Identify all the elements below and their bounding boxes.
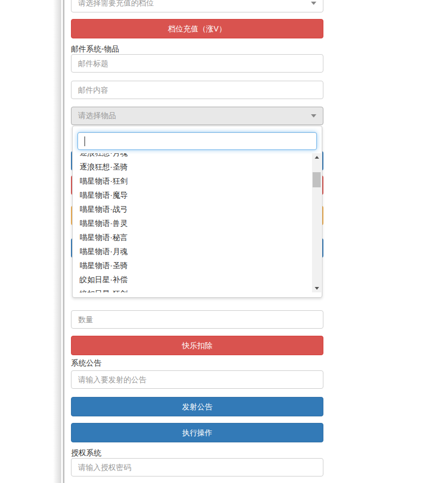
list-item[interactable]: 喵星物语·兽灵 bbox=[73, 216, 321, 230]
execute-operation-button[interactable]: 执行操作 bbox=[71, 423, 323, 442]
announcement-input[interactable] bbox=[71, 370, 323, 389]
scroll-up-button[interactable] bbox=[312, 153, 321, 161]
dropdown-search-input[interactable] bbox=[77, 132, 317, 150]
item-select-placeholder: 请选择物品 bbox=[78, 111, 307, 121]
list-item[interactable]: 喵星物语·秘言 bbox=[73, 230, 321, 244]
authorization-section-label: 授权系统 bbox=[71, 448, 323, 458]
item-dropdown-panel: 逐浪狂想·月魂逐浪狂想·圣骑喵星物语·狂剑喵星物语·魔导喵星物语·战弓喵星物语·… bbox=[72, 126, 322, 298]
chevron-down-icon bbox=[311, 2, 316, 5]
left-pane-shadow bbox=[53, 0, 61, 483]
item-list-viewport: 逐浪狂想·月魂逐浪狂想·圣骑喵星物语·狂剑喵星物语·魔导喵星物语·战弓喵星物语·… bbox=[73, 153, 321, 292]
tier-recharge-button[interactable]: 档位充值（涨V） bbox=[71, 19, 323, 38]
list-item[interactable]: 喵星物语·狂剑 bbox=[73, 174, 321, 188]
item-select[interactable]: 请选择物品 bbox=[71, 107, 323, 125]
mail-section-label: 邮件系统-物品 bbox=[71, 44, 323, 54]
list-item[interactable]: 喵星物语·魔导 bbox=[73, 188, 321, 202]
form-column: 请选择需要充值的档位 档位充值（涨V） 邮件系统-物品 请选择物品 逐浪狂想·月… bbox=[71, 0, 323, 483]
send-announcement-button[interactable]: 发射公告 bbox=[71, 397, 323, 416]
arrow-up-icon bbox=[315, 156, 319, 159]
panel-divider bbox=[63, 0, 64, 483]
quantity-input[interactable] bbox=[71, 310, 323, 329]
mail-title-input[interactable] bbox=[71, 54, 323, 73]
deduct-button[interactable]: 快乐扣除 bbox=[71, 336, 323, 355]
scrollbar-thumb[interactable] bbox=[313, 172, 321, 187]
announcement-section-label: 系统公告 bbox=[71, 358, 323, 368]
list-item[interactable]: 逐浪狂想·圣骑 bbox=[73, 160, 321, 174]
text-caret bbox=[85, 136, 85, 146]
list-item[interactable]: 皎如日星·补偿 bbox=[73, 272, 321, 286]
chevron-down-icon bbox=[311, 114, 316, 118]
authorization-password-input[interactable] bbox=[71, 458, 323, 477]
item-list: 逐浪狂想·月魂逐浪狂想·圣骑喵星物语·狂剑喵星物语·魔导喵星物语·战弓喵星物语·… bbox=[73, 153, 321, 292]
scrollbar-track[interactable] bbox=[312, 153, 321, 292]
tier-select-placeholder: 请选择需要充值的档位 bbox=[78, 0, 307, 8]
scroll-down-button[interactable] bbox=[312, 284, 321, 292]
arrow-down-icon bbox=[315, 287, 319, 290]
list-item[interactable]: 喵星物语·圣骑 bbox=[73, 258, 321, 272]
list-item[interactable]: 喵星物语·战弓 bbox=[73, 202, 321, 216]
tier-select[interactable]: 请选择需要充值的档位 bbox=[71, 0, 323, 12]
list-item[interactable]: 喵星物语·月魂 bbox=[73, 244, 321, 258]
mail-content-input[interactable] bbox=[71, 81, 323, 99]
list-item[interactable]: 皎如日星·狂剑 bbox=[73, 286, 321, 292]
list-item[interactable]: 逐浪狂想·月魂 bbox=[73, 153, 321, 160]
